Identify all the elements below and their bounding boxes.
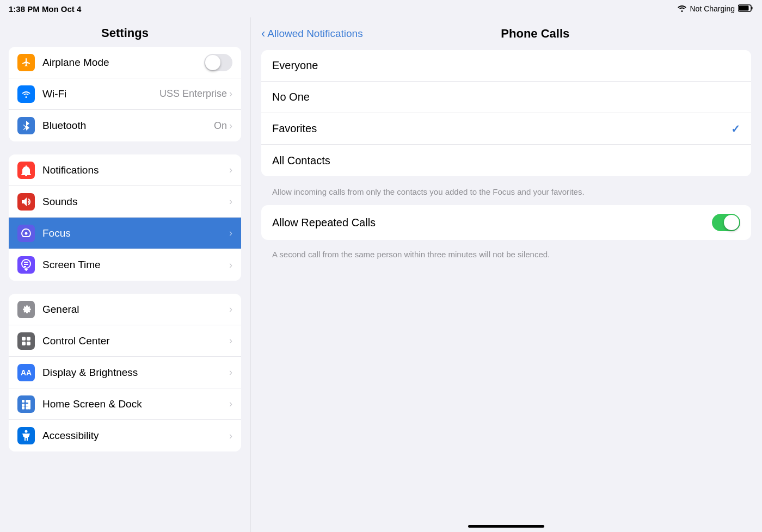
option-favorites[interactable]: Favorites ✓	[261, 113, 751, 145]
svg-point-18	[25, 430, 28, 433]
svg-rect-2	[739, 5, 749, 10]
display-brightness-icon: AA	[17, 364, 35, 381]
home-indicator	[250, 521, 762, 532]
settings-group-connectivity: Airplane Mode Wi-Fi USS Enterprise ›	[9, 47, 241, 141]
allow-repeated-group: Allow Repeated Calls	[261, 205, 751, 240]
allow-repeated-label: Allow Repeated Calls	[272, 216, 712, 229]
control-center-icon	[17, 332, 35, 350]
right-panel-title: Phone Calls	[363, 27, 708, 41]
accessibility-label: Accessibility	[42, 430, 229, 442]
sidebar-item-airplane-mode[interactable]: Airplane Mode	[9, 47, 241, 78]
wifi-icon	[677, 4, 687, 14]
sounds-label: Sounds	[42, 196, 229, 208]
focus-chevron: ›	[229, 227, 232, 239]
sidebar-item-screen-time[interactable]: Screen Time ›	[9, 249, 241, 281]
svg-rect-11	[22, 400, 24, 403]
svg-rect-1	[752, 7, 753, 9]
sidebar-item-general[interactable]: General ›	[9, 294, 241, 325]
option-no-one-label: No One	[272, 91, 740, 103]
wifi-value: USS Enterprise	[159, 88, 227, 100]
wifi-label: Wi-Fi	[42, 88, 159, 100]
accessibility-icon	[17, 427, 35, 444]
screen-time-chevron: ›	[229, 259, 232, 271]
general-chevron: ›	[229, 304, 232, 315]
option-all-contacts-label: All Contacts	[272, 154, 740, 167]
bluetooth-icon	[17, 117, 35, 134]
svg-rect-4	[24, 269, 28, 270]
notifications-chevron: ›	[229, 164, 232, 176]
allow-repeated-toggle[interactable]	[712, 214, 740, 231]
favorites-checkmark: ✓	[731, 122, 740, 135]
home-bar	[468, 525, 544, 528]
sidebar-item-focus[interactable]: Focus ›	[9, 218, 241, 249]
sidebar-item-control-center[interactable]: Control Center ›	[9, 325, 241, 357]
sidebar-item-display-brightness[interactable]: AA Display & Brightness ›	[9, 357, 241, 388]
svg-rect-12	[26, 400, 29, 403]
main-container: Settings Airplane Mode	[0, 17, 762, 532]
sounds-icon	[17, 193, 35, 211]
sidebar-item-sounds[interactable]: Sounds ›	[9, 186, 241, 218]
svg-text:AA: AA	[21, 368, 32, 377]
airplane-mode-toggle[interactable]	[204, 54, 232, 71]
back-label: Allowed Notifications	[267, 28, 362, 40]
general-label: General	[42, 304, 229, 316]
control-center-label: Control Center	[42, 335, 229, 347]
svg-point-3	[25, 232, 28, 234]
display-brightness-label: Display & Brightness	[42, 367, 229, 379]
notifications-icon	[17, 162, 35, 179]
svg-rect-5	[26, 270, 27, 271]
svg-rect-7	[27, 337, 30, 341]
back-chevron-icon: ‹	[261, 27, 265, 41]
call-options-group: Everyone No One Favorites ✓ All Contacts	[261, 50, 751, 176]
allow-repeated-item: Allow Repeated Calls	[261, 205, 751, 240]
svg-rect-13	[22, 404, 24, 406]
option-all-contacts[interactable]: All Contacts	[261, 145, 751, 176]
right-header: ‹ Allowed Notifications Phone Calls	[250, 17, 762, 50]
sidebar-item-home-screen[interactable]: Home Screen & Dock ›	[9, 388, 241, 420]
bluetooth-chevron: ›	[229, 120, 232, 132]
option-no-one[interactable]: No One	[261, 82, 751, 113]
screen-time-icon	[17, 256, 35, 274]
svg-rect-15	[22, 406, 24, 409]
display-brightness-chevron: ›	[229, 367, 232, 378]
option-everyone-label: Everyone	[272, 59, 740, 72]
general-icon	[17, 301, 35, 318]
status-time: 1:38 PM Mon Oct 4	[9, 4, 81, 14]
charging-status: Not Charging	[690, 4, 735, 13]
control-center-chevron: ›	[229, 335, 232, 347]
wifi-chevron: ›	[229, 88, 232, 100]
back-button[interactable]: ‹ Allowed Notifications	[261, 27, 363, 41]
svg-rect-8	[22, 342, 26, 345]
accessibility-chevron: ›	[229, 430, 232, 442]
home-screen-chevron: ›	[229, 398, 232, 410]
right-panel: ‹ Allowed Notifications Phone Calls Ever…	[250, 17, 762, 532]
status-bar: 1:38 PM Mon Oct 4 Not Charging	[0, 0, 762, 17]
airplane-mode-label: Airplane Mode	[42, 57, 204, 69]
option-everyone[interactable]: Everyone	[261, 50, 751, 82]
home-screen-label: Home Screen & Dock	[42, 398, 229, 410]
sounds-chevron: ›	[229, 196, 232, 207]
battery-icon	[738, 4, 753, 14]
settings-group-system1: Notifications › Sounds ›	[9, 154, 241, 281]
repeated-description: A second call from the same person withi…	[261, 244, 751, 268]
wifi-settings-icon	[17, 85, 35, 103]
options-description: Allow incoming calls from only the conta…	[261, 181, 751, 205]
airplane-mode-icon	[17, 54, 35, 71]
status-right: Not Charging	[677, 4, 754, 14]
svg-rect-14	[26, 404, 29, 406]
bluetooth-label: Bluetooth	[42, 120, 214, 132]
screen-time-label: Screen Time	[42, 259, 229, 271]
notifications-label: Notifications	[42, 164, 229, 176]
svg-rect-17	[28, 400, 30, 410]
settings-panel: Settings Airplane Mode	[0, 17, 250, 532]
right-content: Everyone No One Favorites ✓ All Contacts…	[250, 50, 762, 521]
option-favorites-label: Favorites	[272, 122, 731, 135]
sidebar-item-notifications[interactable]: Notifications ›	[9, 154, 241, 186]
sidebar-item-wifi[interactable]: Wi-Fi USS Enterprise ›	[9, 78, 241, 110]
focus-label: Focus	[42, 227, 229, 239]
sidebar-item-accessibility[interactable]: Accessibility ›	[9, 420, 241, 451]
svg-rect-6	[22, 337, 26, 341]
sidebar-item-bluetooth[interactable]: Bluetooth On ›	[9, 110, 241, 141]
settings-group-system2: General › Control Center ›	[9, 294, 241, 451]
svg-rect-9	[27, 342, 30, 345]
